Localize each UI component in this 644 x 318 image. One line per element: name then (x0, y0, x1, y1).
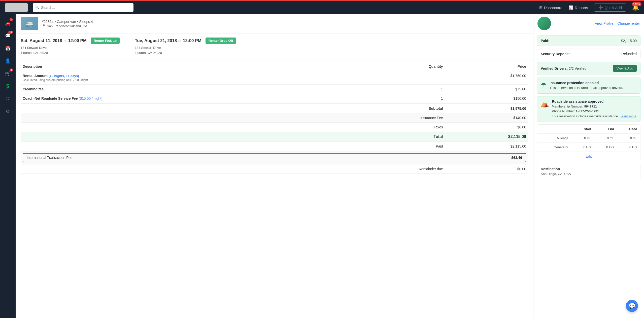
renter-pickup-button[interactable]: Renter Pick up (91, 38, 120, 44)
total-val: $2,115.00 (445, 132, 528, 142)
sidebar-item-shop[interactable]: 🛒 6 (2, 68, 13, 79)
paid-val: $2,115.00 (445, 142, 528, 151)
renter-dropoff-button[interactable]: Renter Drop Off (206, 38, 236, 44)
intl-fee-row: International Transaction Fee $63.46 (21, 151, 528, 164)
roadside-learn-more[interactable]: Learn more (620, 114, 636, 118)
pickup-time: 12:00 PM (68, 38, 87, 43)
destination-title: Destination (541, 167, 637, 171)
chat-icon: 💬 (5, 33, 11, 39)
cleaning-qty: 1 (338, 85, 445, 94)
table-row: Cleaning fee 1 $75.00 (21, 85, 528, 94)
profile-actions: View Profile Change renter (595, 21, 640, 25)
umbrella-icon: ☂ (541, 81, 547, 89)
subtotal-val: $1,975.00 (445, 103, 528, 113)
roadside-icon: ⛺ (541, 100, 549, 108)
sidebar-item-vehicles[interactable]: 🚗 1 (2, 18, 13, 29)
dropoff-address: 134 Stewart Drive Tiburon, CA 94920 (135, 45, 236, 55)
dropoff-time: 12:00 PM (183, 38, 201, 43)
insurance-fee-label: Insurance Fee (338, 113, 445, 123)
change-renter-link[interactable]: Change renter (617, 21, 640, 25)
roadside-details: Membership Number: 9947711 Phone Number:… (552, 104, 636, 119)
roadside-title: Roadside assistance approved (552, 99, 636, 103)
vehicle-header: 🚐 #22864 • Camper van • Sleeps 4 📍 San F… (16, 14, 533, 33)
reports-label: Reports (575, 6, 588, 10)
calendar-icon: 📅 (5, 46, 11, 51)
remainder-val: $0.00 (445, 164, 528, 174)
dashboard-link[interactable]: ⊞ Dashboard (539, 5, 562, 10)
mileage-col0 (537, 125, 571, 134)
vehicle-info: #22864 • Camper van • Sleeps 4 📍 San Fra… (42, 20, 93, 28)
content-area: 🚐 #22864 • Camper van • Sleeps 4 📍 San F… (16, 14, 533, 318)
total-label: Total (338, 132, 445, 142)
search-icon: 🔍 (35, 6, 40, 10)
sidebar-item-messages[interactable]: 💬 16 (2, 30, 13, 41)
shop-icon: 🛒 (5, 71, 11, 76)
roadside-desc: Coach-Net Roadside Service Fee ($15.00 /… (21, 94, 338, 103)
cleaning-price: $75.00 (445, 85, 528, 94)
invoice-section: Description Quantity Price Rental Amount… (16, 62, 533, 179)
phone-val: 1-877-250-6731 (576, 109, 599, 113)
quick-add-button[interactable]: ➕ Quick Add (594, 4, 626, 12)
shop-badge: 6 (10, 68, 13, 72)
intl-fee-box: International Transaction Fee $63.46 (23, 153, 526, 162)
security-label: Security Deposit: (541, 52, 570, 56)
table-row: Rental Amount (10 nights, 11 days) Calcu… (21, 71, 528, 85)
dashboard-label: Dashboard (544, 6, 562, 10)
sidebar-item-calendar[interactable]: 📅 (2, 43, 13, 54)
insurance-body: This reservation is insured for all appr… (550, 85, 623, 90)
cleaning-desc: Cleaning fee (21, 85, 338, 94)
insurance-title: Insurance protection enabled (550, 81, 623, 85)
chat-bubble-button[interactable]: 💬 (626, 300, 638, 312)
mileage-end-header: End (594, 125, 617, 134)
table-row: Mileage 0 mi. 0 mi. 0 mi. (537, 134, 640, 143)
rental-desc-cell: Rental Amount (10 nights, 11 days) Calcu… (21, 71, 338, 85)
edit-mileage-link[interactable]: Edit (537, 152, 640, 161)
notifications-button[interactable]: 🔔 13917 (632, 4, 639, 11)
view-add-button[interactable]: View & Add (613, 65, 637, 72)
membership-val: 9947711 (584, 104, 597, 108)
col-description: Description (21, 62, 338, 71)
renter-avatar (537, 17, 551, 30)
membership-label: Membership Number: (552, 104, 583, 108)
mileage-section: Start End Used Mileage 0 mi. 0 mi. 0 mi.… (537, 124, 640, 161)
intl-fee-val: $63.46 (511, 156, 522, 160)
pickup-date: Sat, August 11, 2018 (21, 38, 62, 43)
search-input[interactable] (41, 6, 131, 10)
taxes-val: $0.00 (445, 123, 528, 132)
invoice-table: Description Quantity Price Rental Amount… (21, 62, 528, 174)
table-row: Coach-Net Roadside Service Fee ($15.00 /… (21, 94, 528, 103)
notification-badge: 13917 (632, 2, 641, 6)
view-profile-link[interactable]: View Profile (595, 21, 614, 25)
paid-label: Paid (338, 142, 445, 151)
right-panel: View Profile Change renter Paid: $2,115.… (533, 14, 644, 318)
phone-label: Phone Number: (552, 109, 575, 113)
top-nav: 🔍 ⊞ Dashboard 📊 Reports ➕ Quick Add 🔔 13… (0, 0, 644, 14)
paid-info-val: $2,115.00 (621, 39, 637, 43)
mileage-start: 0 mi. (571, 134, 594, 143)
roadside-qty: 1 (338, 94, 445, 103)
reports-link[interactable]: 📊 Reports (568, 5, 588, 10)
vehicle-id: #22864 • Camper van • Sleeps 4 (42, 20, 93, 24)
dropoff-at: at (178, 39, 181, 43)
reports-icon: 📊 (568, 5, 573, 10)
table-row: Generator 0 Hrs 0 Hrs 0 Hrs (537, 143, 640, 152)
nav-actions: ⊞ Dashboard 📊 Reports ➕ Quick Add 🔔 1391… (539, 4, 639, 12)
rental-qty (338, 71, 445, 85)
vehicle-thumbnail: 🚐 (21, 17, 38, 30)
mileage-used: 0 mi. (617, 134, 640, 143)
rental-sub: Calculated using custom pricing at $175.… (23, 78, 336, 82)
subtotal-label: Subtotal (338, 103, 445, 113)
main-wrapper: 🚐 #22864 • Camper van • Sleeps 4 📍 San F… (16, 14, 644, 318)
sidebar-item-renters[interactable]: 👤 (2, 55, 13, 66)
sidebar-item-insurance[interactable]: 🛡 (2, 93, 13, 104)
intl-fee-label: International Transaction Fee (27, 156, 72, 160)
nav-search[interactable]: 🔍 (33, 3, 133, 12)
sidebar-item-financials[interactable]: 💲 (2, 81, 13, 92)
vehicles-badge: 1 (10, 18, 13, 21)
sidebar: 🚗 1 💬 16 📅 👤 🛒 6 💲 🛡 ⚙ (0, 14, 16, 318)
verified-label: Verified Drivers: (541, 66, 568, 70)
roadside-price: $150.00 (445, 94, 528, 103)
sidebar-item-settings[interactable]: ⚙ (2, 106, 13, 117)
shield-icon: 🛡 (6, 96, 10, 101)
mileage-end: 0 mi. (594, 134, 617, 143)
